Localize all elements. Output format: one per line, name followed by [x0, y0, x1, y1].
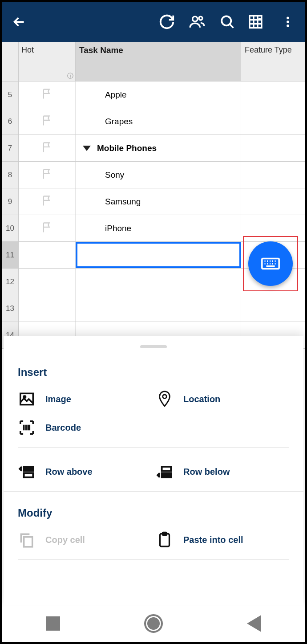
insert-row-below[interactable]: Row below [156, 463, 289, 481]
insert-image[interactable]: Image [18, 390, 151, 408]
row-number[interactable]: 6 [2, 108, 19, 135]
cell-hot[interactable] [19, 108, 76, 135]
cell-feature[interactable] [241, 162, 305, 188]
option-label: Paste into cell [183, 535, 243, 545]
flag-icon [41, 114, 53, 129]
flag-icon [41, 88, 53, 102]
row-number[interactable]: 12 [2, 269, 19, 295]
option-label: Barcode [45, 423, 81, 433]
cell-hot[interactable] [19, 295, 76, 322]
row-number[interactable]: 9 [2, 188, 19, 215]
row-number[interactable]: 7 [2, 135, 19, 161]
option-label: Row above [45, 467, 93, 477]
flag-icon [41, 221, 53, 236]
cell-task[interactable]: Mobile Phones [76, 135, 241, 161]
cell-feature[interactable] [241, 295, 305, 322]
svg-point-4 [287, 16, 289, 19]
option-label: Row below [183, 467, 230, 477]
flag-icon [41, 168, 53, 182]
search-button[interactable] [214, 8, 241, 36]
cell-hot[interactable] [19, 269, 76, 295]
cell-hot[interactable] [19, 215, 76, 241]
cell-task[interactable]: Apple [76, 82, 241, 108]
view-button[interactable] [244, 8, 271, 36]
fab-highlight [243, 236, 298, 291]
col-header-label: Feature Type [245, 45, 292, 54]
corner-cell[interactable] [2, 42, 19, 81]
insert-row-above[interactable]: Row above [18, 463, 151, 481]
column-headers: Hot ⓘ Task Name Feature Type [2, 42, 305, 82]
svg-rect-13 [162, 467, 171, 471]
cell-feature[interactable] [241, 108, 305, 135]
divider [4, 491, 303, 492]
copy-icon [18, 531, 36, 549]
insert-barcode[interactable]: Barcode [18, 419, 151, 436]
copy-cell: Copy cell [18, 531, 151, 549]
row-number[interactable]: 13 [2, 295, 19, 322]
task-text: iPhone [105, 224, 131, 233]
row-above-icon [18, 463, 36, 481]
insert-section-title: Insert [18, 366, 289, 379]
android-navbar [4, 606, 303, 640]
cell-task[interactable] [76, 242, 241, 268]
col-header-label: Task Name [79, 45, 123, 55]
svg-point-2 [222, 16, 231, 25]
row-number[interactable]: 8 [2, 162, 19, 188]
cell-hot[interactable] [19, 82, 76, 108]
image-icon [18, 390, 36, 408]
cell-task[interactable]: Sony [76, 162, 241, 188]
task-text: Apple [105, 90, 127, 100]
modify-section-title: Modify [18, 507, 289, 519]
cell-feature[interactable] [241, 82, 305, 108]
row-number[interactable]: 11 [2, 242, 19, 268]
row-number[interactable]: 5 [2, 82, 19, 108]
col-header-label: Hot [21, 45, 34, 54]
col-header-hot[interactable]: Hot ⓘ [19, 42, 76, 81]
task-text: Sony [105, 170, 124, 180]
spreadsheet-grid: Hot ⓘ Task Name Feature Type 5Apple6Grap… [2, 42, 305, 349]
cell-hot[interactable] [19, 162, 76, 188]
cell-task[interactable]: Grapes [76, 108, 241, 135]
flag-icon [41, 195, 53, 209]
svg-point-10 [163, 395, 167, 399]
people-button[interactable] [183, 8, 211, 36]
row-number[interactable]: 10 [2, 215, 19, 241]
refresh-button[interactable] [153, 8, 181, 36]
cell-task[interactable]: Samsung [76, 188, 241, 215]
cell-feature[interactable] [241, 135, 305, 161]
paste-cell[interactable]: Paste into cell [156, 531, 289, 549]
cell-feature[interactable] [241, 188, 305, 215]
cell-hot[interactable] [19, 135, 76, 161]
nav-home[interactable] [144, 614, 163, 633]
task-text: Mobile Phones [97, 143, 157, 153]
svg-rect-8 [20, 393, 33, 404]
nav-back[interactable] [247, 615, 261, 632]
col-header-task[interactable]: Task Name [76, 42, 241, 81]
cell-task[interactable] [76, 269, 241, 295]
divider [18, 559, 289, 560]
table-row: 5Apple [2, 82, 305, 108]
task-text: Samsung [105, 197, 141, 207]
sheet-handle[interactable] [140, 345, 167, 348]
collapse-icon[interactable] [83, 146, 91, 151]
task-text: Grapes [105, 117, 133, 126]
option-label: Location [183, 394, 220, 404]
back-button[interactable] [5, 8, 33, 36]
keyboard-fab[interactable] [248, 241, 293, 286]
insert-location[interactable]: Location [156, 390, 289, 408]
bottom-sheet: Insert Image Location Barcode [4, 336, 303, 606]
option-label: Copy cell [45, 535, 85, 545]
cell-hot[interactable] [19, 242, 76, 268]
table-row: 6Grapes [2, 108, 305, 135]
svg-rect-11 [24, 467, 33, 471]
cell-task[interactable]: iPhone [76, 215, 241, 241]
table-row: 8Sony [2, 162, 305, 188]
cell-hot[interactable] [19, 188, 76, 215]
keyboard-icon [260, 253, 281, 274]
col-header-feature[interactable]: Feature Type [241, 42, 305, 81]
more-button[interactable] [274, 8, 302, 36]
cell-task[interactable] [76, 295, 241, 322]
nav-overview[interactable] [46, 616, 60, 631]
svg-rect-14 [162, 473, 171, 477]
table-row: 7Mobile Phones [2, 135, 305, 162]
